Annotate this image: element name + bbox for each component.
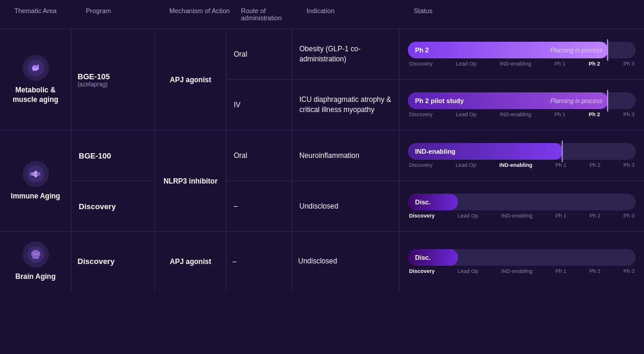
thematic-area-brain: Brain Aging <box>0 232 72 291</box>
stage-lo-4: Lead Op <box>458 213 479 219</box>
thematic-area-metabolic: Metabolic & muscle aging <box>0 29 72 130</box>
stage-leadop-2: Lead Op <box>456 111 477 117</box>
indication-brain: Undisclosed <box>298 256 337 266</box>
metabolic-icon <box>23 55 49 81</box>
stage-p2-4: Ph 2 <box>589 213 600 219</box>
moa-apj: APJ agonist <box>170 76 211 84</box>
thematic-label-immune: Immune Aging <box>11 192 60 201</box>
thematic-label-brain: Brain Aging <box>16 272 56 282</box>
stage-ind-4: IND-enabling <box>501 213 533 219</box>
stage-ph1-2: Ph 1 <box>555 111 566 117</box>
section-immune: Immune Aging BGE-100 Discovery NLRP3 inh… <box>0 131 644 232</box>
moa-nlrp3: NLRP3 inhibitor <box>163 177 218 185</box>
progress-fill-disc-immune: Disc. <box>408 194 458 210</box>
program-discovery-brain: Discovery <box>78 257 114 266</box>
stage-p1-3: Ph 1 <box>555 162 566 168</box>
brain-content: Discovery APJ agonist – Undisclosed <box>72 232 644 291</box>
brain-status-col: Disc. Discovery Lead Op IND-enabling Ph … <box>400 232 644 291</box>
brain-moa-col: APJ agonist <box>155 232 227 291</box>
stage-ph3-2: Ph 3 <box>623 111 634 117</box>
stage-d-4: Discovery <box>409 213 435 219</box>
route-oral-immune: Oral <box>227 131 292 181</box>
route-brain: – <box>233 257 237 266</box>
status-ind-neuro: IND-enabling Discovery Lead Op IND-enabl… <box>400 131 644 181</box>
svg-point-8 <box>34 174 37 177</box>
stage-lo-3: Lead Op <box>456 162 476 168</box>
progress-bar-neuro: IND-enabling <box>408 143 636 160</box>
thematic-area-immune: Immune Aging <box>0 131 72 231</box>
svg-point-6 <box>37 172 41 176</box>
immune-route-col: Oral – <box>227 131 292 231</box>
metabolic-moa-col: APJ agonist <box>155 29 227 130</box>
header-moa: Mechanism of Action <box>165 7 236 21</box>
stage-ind-3: IND-enabling <box>499 162 532 168</box>
stage-ph3-1: Ph 3 <box>623 61 634 67</box>
indication-obesity: Obesity (GLP-1 co-administration) <box>292 29 399 80</box>
stage-ph2-1: Ph 2 <box>589 61 600 67</box>
status-ph2-icu: Ph 2 pilot study Planning in process Dis… <box>400 80 644 130</box>
program-bge105-subtitle: (azelaprag) <box>78 81 108 88</box>
status-disc-immune: Disc. Discovery Lead Op IND-enabling Ph … <box>400 181 644 231</box>
indication-icu: ICU diaphragmatic atrophy & critical ill… <box>292 80 399 130</box>
immune-indication-col: Neuroinflammation Undisclosed <box>292 131 400 231</box>
brain-program-col: Discovery <box>72 232 155 291</box>
immune-moa-col: NLRP3 inhibitor <box>155 131 227 231</box>
program-bge100: BGE-100 <box>72 131 154 181</box>
route-iv-1: IV <box>227 80 292 130</box>
progress-fill-brain: Disc. <box>408 249 458 266</box>
stage-d-3: Discovery <box>409 162 433 168</box>
brain-icon <box>23 241 49 268</box>
progress-fill-obesity: Ph 2 Planning in process <box>408 42 608 58</box>
indication-neuro: Neuroinflammation <box>292 131 399 181</box>
stage-labels-brain: Discovery Lead Op IND-enabling Ph 1 Ph 2… <box>408 268 636 274</box>
progress-fill-icu: Ph 2 pilot study Planning in process <box>408 92 608 109</box>
immune-icon <box>23 161 49 187</box>
stage-p1-5: Ph 1 <box>556 268 567 274</box>
stage-p1-4: Ph 1 <box>556 213 567 219</box>
status-ph2-obesity: Ph 2 Planning in process Discovery Lead … <box>400 29 644 80</box>
stage-p3-4: Ph 3 <box>623 213 634 219</box>
stage-discovery-1: Discovery <box>409 61 433 67</box>
section-brain: Brain Aging Discovery APJ agonist – Undi… <box>0 232 644 291</box>
metabolic-indication-col: Obesity (GLP-1 co-administration) ICU di… <box>292 29 400 130</box>
stage-d-5: Discovery <box>409 268 435 274</box>
immune-content: BGE-100 Discovery NLRP3 inhibitor Oral – <box>72 131 644 231</box>
stage-ph2-2: Ph 2 <box>589 111 600 117</box>
progress-bar-disc-immune: Disc. <box>408 194 636 210</box>
stage-ind-2: IND-enabling <box>500 111 531 117</box>
progress-bar-obesity: Ph 2 Planning in process <box>408 42 636 58</box>
ind-tick <box>562 141 563 162</box>
pipeline-table: Thematic Area Program Mechanism of Actio… <box>0 0 644 354</box>
metabolic-program-col: BGE-105 (azelaprag) <box>72 29 155 130</box>
stage-ind-1: IND-enabling <box>500 61 531 67</box>
metabolic-content: BGE-105 (azelaprag) APJ agonist Oral IV … <box>72 29 644 130</box>
immune-program-col: BGE-100 Discovery <box>72 131 155 231</box>
metabolic-route-col: Oral IV <box>227 29 292 130</box>
progress-bar-icu: Ph 2 pilot study Planning in process <box>408 92 636 109</box>
stage-labels-neuro: Discovery Lead Op IND-enabling Ph 1 Ph 2… <box>408 162 636 168</box>
stage-labels-icu: Discovery Lead Op IND-enabling Ph 1 Ph 2… <box>408 111 636 117</box>
header-route: Route of administration <box>236 7 302 21</box>
moa-apj-brain: APJ agonist <box>170 257 211 266</box>
section-metabolic: Metabolic & muscle aging BGE-105 (azelap… <box>0 29 644 131</box>
stage-lo-5: Lead Op <box>458 268 479 274</box>
stage-ph1-1: Ph 1 <box>555 61 566 67</box>
stage-p2-3: Ph 2 <box>589 162 600 168</box>
header-indication: Indication <box>302 7 409 21</box>
route-none-immune: – <box>227 181 292 231</box>
stage-p3-5: Ph 3 <box>623 268 634 274</box>
stage-labels-obesity: Discovery Lead Op IND-enabling Ph 1 Ph 2… <box>408 61 636 67</box>
header-status: Status <box>409 7 634 21</box>
program-bge105: BGE-105 <box>78 72 110 81</box>
header-thematic-area: Thematic Area <box>10 7 81 21</box>
route-oral-1: Oral <box>227 29 292 80</box>
stage-leadop-1: Lead Op <box>456 61 477 67</box>
progress-tick-icu <box>607 90 608 111</box>
progress-fill-neuro: IND-enabling <box>408 143 563 160</box>
program-discovery-immune: Discovery <box>72 181 154 231</box>
stage-p3-3: Ph 3 <box>623 162 634 168</box>
brain-indication-col: Undisclosed <box>292 232 400 291</box>
stage-ind-5: IND-enabling <box>501 268 533 274</box>
thematic-label-metabolic: Metabolic & muscle aging <box>5 86 66 104</box>
stage-p2-5: Ph 2 <box>589 268 600 274</box>
